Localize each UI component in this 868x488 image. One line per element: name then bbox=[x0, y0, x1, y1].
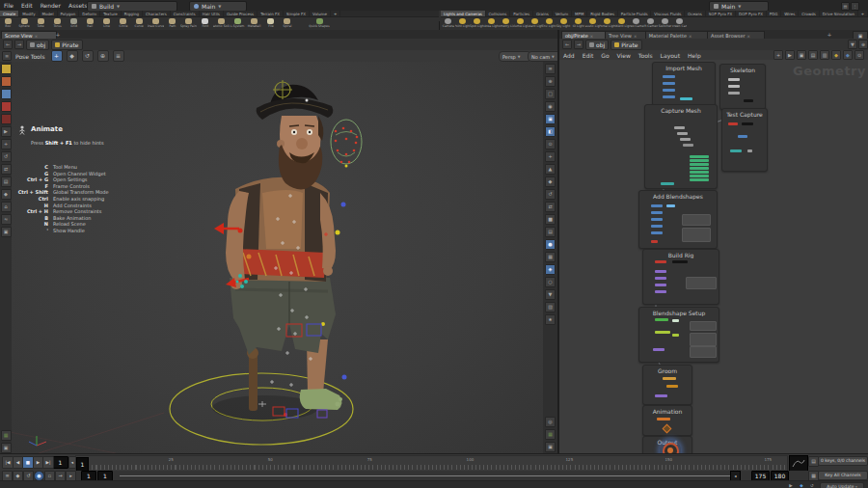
playhead-marker[interactable]: 1 bbox=[76, 457, 89, 472]
hatch-icon[interactable]: ▧ bbox=[545, 302, 556, 312]
shelf-tool[interactable]: Onscreen Camera bbox=[672, 17, 687, 30]
audio-icon[interactable]: ◆ bbox=[798, 482, 805, 488]
shelf-tab[interactable]: Lights and Cameras bbox=[441, 11, 486, 16]
snapshot-icon[interactable]: ▣ bbox=[1, 443, 12, 453]
path-node-chip[interactable]: Pirate bbox=[610, 40, 641, 50]
network-menu-item[interactable]: Layout bbox=[657, 52, 684, 59]
add-tab-button[interactable]: + bbox=[826, 31, 833, 39]
path-root-chip[interactable]: obj bbox=[585, 40, 609, 50]
pose-transform-icon[interactable]: ◆ bbox=[67, 50, 78, 62]
shade-icon[interactable]: ▦ bbox=[545, 252, 556, 262]
pose-ik-icon[interactable]: ↺ bbox=[82, 50, 94, 62]
timeline-ruler[interactable]: 255075100125150175 1 bbox=[75, 455, 788, 472]
shelf-tab[interactable]: Texture bbox=[100, 11, 122, 16]
shelf-tab[interactable]: Oceans bbox=[685, 11, 706, 16]
view-wire-icon[interactable]: ⊙ bbox=[545, 139, 556, 149]
select-arrow-icon[interactable]: ▶ bbox=[1, 126, 12, 137]
network-node[interactable] bbox=[690, 163, 709, 166]
network-node[interactable] bbox=[672, 319, 679, 322]
network-node[interactable] bbox=[690, 321, 717, 331]
shelf-tool[interactable]: Env Light bbox=[542, 17, 556, 30]
network-node[interactable] bbox=[690, 171, 709, 174]
network-node[interactable] bbox=[663, 424, 672, 434]
back-arrow-icon[interactable]: ← bbox=[562, 40, 572, 49]
network-node[interactable] bbox=[747, 149, 752, 152]
scene-viewport[interactable]: Animate Press Shift + F1 to hide hints C… bbox=[0, 62, 557, 453]
normals-icon[interactable]: ▲ bbox=[545, 164, 556, 175]
network-node[interactable] bbox=[672, 260, 688, 263]
shelf-tool[interactable]: Volume Light bbox=[513, 17, 528, 30]
shelf-tool[interactable]: Line bbox=[98, 17, 115, 30]
chevron-down-icon[interactable]: ▼ bbox=[848, 40, 857, 49]
shelf-tab[interactable]: Collisions bbox=[486, 11, 511, 16]
shelf-tab[interactable]: Deform bbox=[79, 11, 100, 16]
shelf-tab[interactable]: Modify bbox=[19, 11, 39, 16]
network-menu-item[interactable]: Edit bbox=[579, 52, 598, 59]
back-arrow-icon[interactable]: ← bbox=[3, 40, 13, 49]
network-node[interactable] bbox=[657, 418, 670, 420]
network-box[interactable]: Add Blendshapes bbox=[638, 190, 718, 249]
network-box[interactable]: Test Capture bbox=[721, 108, 768, 172]
layout-maroon-icon[interactable] bbox=[1, 114, 12, 124]
shelf-tab[interactable]: SOP Pyro FX bbox=[706, 11, 736, 16]
network-node[interactable] bbox=[651, 211, 663, 214]
network-node[interactable] bbox=[742, 122, 753, 125]
network-box[interactable]: Build Rig bbox=[642, 249, 719, 305]
down-icon[interactable]: ▼ bbox=[545, 289, 556, 300]
network-node[interactable] bbox=[655, 260, 666, 263]
network-node[interactable] bbox=[663, 75, 675, 78]
network-box[interactable]: Skeleton bbox=[719, 64, 766, 110]
auto-update-combo[interactable]: Auto Update ▾ bbox=[820, 482, 864, 488]
shelf-tab[interactable]: Hair Utils bbox=[200, 11, 224, 16]
shelf-tool[interactable]: Camera bbox=[441, 17, 455, 30]
shelf-tab[interactable]: Polygon bbox=[58, 11, 80, 16]
shelf-tool[interactable]: Sky Light bbox=[556, 17, 571, 30]
info-circle-icon[interactable]: ◎ bbox=[545, 417, 556, 427]
shelf-tool[interactable]: Torus bbox=[49, 17, 66, 30]
network-node[interactable] bbox=[738, 135, 747, 138]
shelf-tab[interactable]: Particle Fluids bbox=[618, 11, 651, 16]
layout-red-icon[interactable] bbox=[1, 101, 12, 112]
network-node[interactable] bbox=[655, 290, 666, 293]
network-menu-item[interactable]: Help bbox=[684, 52, 705, 59]
shelf-tab[interactable]: Characters bbox=[143, 11, 171, 16]
shelf-tool[interactable]: Grid bbox=[66, 17, 82, 30]
shelf-tool[interactable]: Distant Light bbox=[528, 17, 542, 30]
network-node[interactable] bbox=[680, 97, 692, 100]
network-node[interactable] bbox=[744, 99, 753, 102]
shelf-tab[interactable]: MPM bbox=[572, 11, 587, 16]
pose-options-icon[interactable]: ≡ bbox=[113, 50, 124, 62]
home-view-icon[interactable]: ⌂ bbox=[1, 202, 12, 212]
shelf-tool-quick-shapes[interactable]: Quick Shapes bbox=[307, 17, 332, 28]
shelf-tool[interactable]: Spot Light bbox=[470, 17, 484, 30]
shelf-tab[interactable]: Terrain FX bbox=[258, 11, 284, 16]
shelf-tool[interactable]: VR Camera bbox=[643, 17, 658, 30]
network-node[interactable] bbox=[730, 149, 742, 152]
network-box[interactable]: Groom bbox=[642, 365, 692, 405]
scale-icon[interactable]: ⇄ bbox=[1, 164, 12, 175]
more-options-icon[interactable]: ⋮ bbox=[851, 2, 859, 11]
view-menu-icon[interactable]: ≡ bbox=[545, 64, 556, 74]
shelf-tool[interactable]: Rail bbox=[82, 17, 98, 30]
shelf-tool[interactable]: Caustic Light bbox=[585, 17, 600, 30]
shelf-tab[interactable]: Guide Process bbox=[224, 11, 258, 16]
network-node[interactable] bbox=[655, 331, 670, 334]
shelf-tool[interactable]: Draw Curve bbox=[148, 17, 164, 30]
network-box[interactable]: Import Mesh bbox=[652, 62, 716, 106]
shelf-tab[interactable]: Simple FX bbox=[284, 11, 310, 16]
network-node[interactable] bbox=[690, 346, 717, 358]
layout-blue-icon[interactable] bbox=[1, 89, 12, 99]
wrench-icon[interactable]: + bbox=[773, 50, 783, 60]
shelf-tab[interactable]: + bbox=[331, 11, 340, 16]
view-shaded-icon[interactable]: ◧ bbox=[545, 126, 556, 137]
pin-icon[interactable]: ⊕ bbox=[858, 40, 868, 49]
star-icon[interactable]: ★ bbox=[545, 314, 556, 325]
network-node[interactable] bbox=[672, 334, 679, 337]
jump-end-button[interactable]: ▶| bbox=[42, 456, 54, 469]
network-box[interactable]: Blendshape Setup bbox=[638, 307, 719, 363]
shelf-tab[interactable]: Rigging bbox=[122, 11, 143, 16]
shelf-tool[interactable]: Path bbox=[164, 17, 180, 30]
layout-switch-icon[interactable]: ▤ bbox=[841, 2, 850, 11]
add-icon[interactable]: + bbox=[545, 151, 556, 162]
range-slider-track[interactable] bbox=[120, 475, 737, 476]
